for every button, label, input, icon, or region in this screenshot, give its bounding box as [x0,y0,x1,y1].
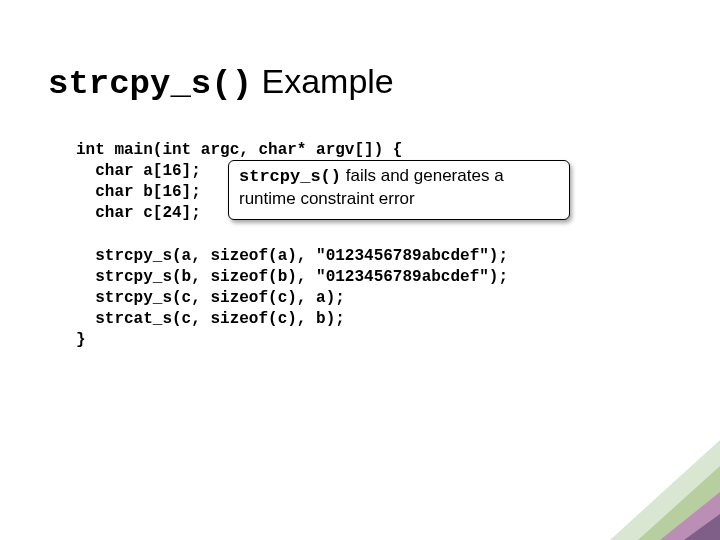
svg-marker-2 [660,492,720,540]
corner-accent [600,440,720,540]
svg-marker-0 [610,440,720,540]
callout-box: strcpy_s() fails and generates a runtime… [228,160,570,220]
title-text-part: Example [252,62,394,100]
title-code-part: strcpy_s() [48,65,252,103]
svg-marker-1 [638,466,720,540]
callout-code-part: strcpy_s() [239,167,341,186]
slide-title: strcpy_s() Example [48,62,394,103]
svg-marker-3 [684,514,720,540]
slide: strcpy_s() Example int main(int argc, ch… [0,0,720,540]
